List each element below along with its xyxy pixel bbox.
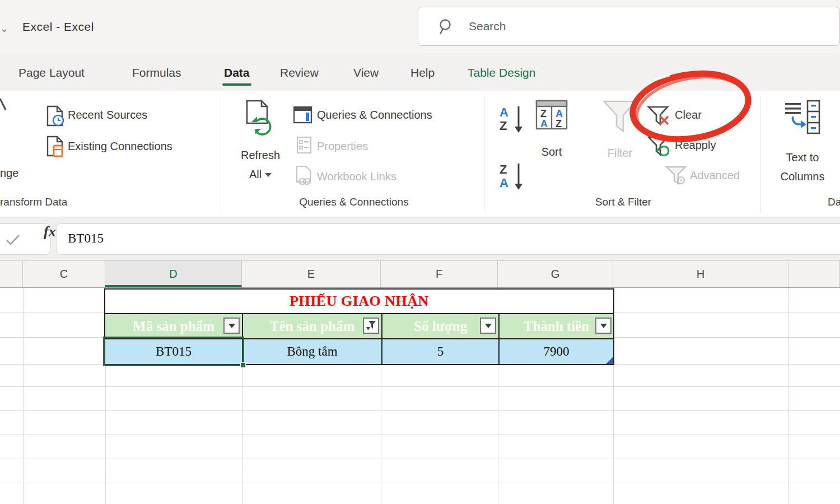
group-divider (221, 96, 221, 213)
cell-ten-san-pham-value[interactable]: Bông tắm (242, 338, 382, 365)
column-header-row: C D E F G H (0, 261, 840, 288)
column-header-F[interactable]: F (381, 261, 498, 287)
applied-filter-icon (366, 320, 376, 331)
gridline (0, 410, 840, 411)
gridline (23, 288, 24, 504)
chevron-down-icon (265, 173, 272, 177)
svg-text:Z: Z (500, 162, 507, 176)
tab-view[interactable]: View (353, 63, 379, 82)
tab-help[interactable]: Help (410, 63, 435, 82)
table-title-cell[interactable]: PHIẾU GIAO NHẬN (104, 288, 614, 314)
properties-button-disabled: Properties (317, 139, 368, 153)
text-to-columns-icon (784, 100, 821, 136)
tab-formulas[interactable]: Formulas (132, 63, 181, 82)
column-header-G[interactable]: G (498, 261, 613, 287)
group-divider (760, 96, 760, 213)
column-header-H[interactable]: H (613, 261, 788, 287)
svg-text:A: A (540, 118, 548, 129)
search-box[interactable]: Search (418, 7, 840, 46)
table-header-ma-san-pham[interactable]: Mã sản phẩm (104, 313, 243, 339)
dropdown-arrow-icon (228, 324, 235, 328)
table-resize-handle[interactable] (606, 357, 613, 364)
ribbon-tab-bar: Page Layout Formulas Data Review View He… (0, 53, 840, 91)
dropdown-arrow-icon (485, 324, 492, 328)
svg-text:A: A (500, 176, 508, 190)
get-transform-group-label: ransform Data (0, 196, 67, 208)
fill-handle[interactable] (240, 362, 246, 368)
formula-bar-row: fx BT015 (0, 217, 840, 261)
gridline (0, 459, 840, 459)
formula-value: BT015 (68, 231, 104, 246)
clear-filter-button[interactable]: Clear (675, 108, 702, 122)
sort-ascending-icon[interactable]: A Z (498, 104, 525, 136)
sort-descending-icon[interactable]: Z A (498, 161, 525, 193)
existing-connections-icon (46, 136, 65, 158)
reapply-filter-icon (647, 136, 671, 157)
filter-icon (603, 100, 637, 133)
title-bar: ⌄ Excel - Excel Search (0, 0, 840, 53)
filter-label: Filter (600, 147, 640, 160)
text-to-columns-label-line1: Text to (772, 151, 833, 164)
svg-text:Z: Z (500, 119, 507, 133)
sort-filter-group-label: Sort & Filter (560, 196, 687, 208)
search-placeholder: Search (469, 20, 506, 33)
gridline (0, 386, 840, 387)
search-icon (438, 18, 454, 35)
refresh-label-line1: Refresh (232, 149, 288, 162)
tab-review[interactable]: Review (280, 63, 319, 82)
window-title: Excel - Excel (22, 20, 94, 34)
text-to-columns-button[interactable]: Text to Columns (772, 100, 833, 189)
formula-input[interactable]: BT015 (56, 223, 840, 255)
excel-window: { "titlebar": { "title": "Excel - Excel"… (0, 0, 840, 504)
filter-dropdown-button-ma-san-pham[interactable] (223, 318, 240, 334)
filter-button-disabled: Filter (600, 100, 640, 172)
column-header-D-selected[interactable]: D (105, 261, 242, 287)
sort-label: Sort (532, 146, 571, 158)
filter-dropdown-button-thanh-tien[interactable] (595, 318, 612, 334)
group-divider (484, 96, 484, 213)
existing-connections-button[interactable]: Existing Connections (68, 139, 172, 153)
column-header-partial[interactable] (0, 261, 23, 287)
queries-connections-group-label: Queries & Connections (281, 196, 427, 208)
recent-sources-button[interactable]: Recent Sources (68, 108, 147, 122)
enter-check-icon[interactable] (5, 233, 21, 246)
range-label-fragment: nge (0, 166, 18, 180)
column-header-E[interactable]: E (242, 261, 381, 287)
cutoff-icon-fragment (0, 97, 8, 112)
svg-text:Z: Z (556, 118, 562, 129)
ribbon: Recent Sources Existing Connections nge … (0, 91, 840, 217)
text-to-columns-label-line2: Columns (772, 170, 833, 183)
cell-thanh-tien-value[interactable]: 7900 (498, 338, 614, 365)
reapply-filter-button[interactable]: Reapply (675, 138, 716, 152)
filter-dropdown-button-ten-san-pham-filtered[interactable] (363, 318, 379, 334)
data-tools-group-label-fragment: Da (828, 196, 840, 208)
dropdown-arrow-icon (600, 324, 607, 328)
tab-page-layout[interactable]: Page Layout (18, 63, 85, 82)
spreadsheet-area[interactable]: C D E F G H PHIẾU GIAO NHẬN Mã sản phẩm … (0, 261, 840, 504)
filter-dropdown-button-so-luong[interactable] (480, 318, 496, 334)
active-cell-border (103, 337, 244, 366)
column-header-C[interactable]: C (23, 261, 105, 287)
tab-table-design[interactable]: Table Design (468, 63, 535, 82)
svg-text:Z: Z (540, 108, 547, 119)
sort-dialog-icon: Z A A Z (535, 100, 568, 131)
refresh-all-icon (242, 100, 278, 137)
gridline (0, 483, 840, 483)
table-header-ten-san-pham[interactable]: Tên sản phẩm (242, 313, 382, 339)
refresh-label-line2: All (232, 168, 288, 181)
properties-icon (297, 137, 312, 154)
workbook-links-icon (295, 166, 313, 186)
svg-text:A: A (500, 105, 508, 119)
cell-so-luong-value[interactable]: 5 (381, 338, 500, 365)
tab-data[interactable]: Data (224, 63, 250, 82)
column-header-partial[interactable] (788, 261, 840, 287)
quick-access-fragment-icon: ⌄ (0, 22, 8, 35)
refresh-all-text: All (249, 168, 262, 180)
sort-button[interactable]: Z A A Z Sort (532, 100, 571, 172)
queries-connections-button[interactable]: Queries & Connections (317, 108, 432, 122)
refresh-all-button[interactable]: Refresh All (232, 100, 288, 189)
insert-function-fx-button[interactable]: fx (44, 223, 56, 240)
svg-text:A: A (556, 108, 563, 119)
formula-controls (0, 223, 50, 255)
queries-connections-icon (293, 106, 312, 124)
